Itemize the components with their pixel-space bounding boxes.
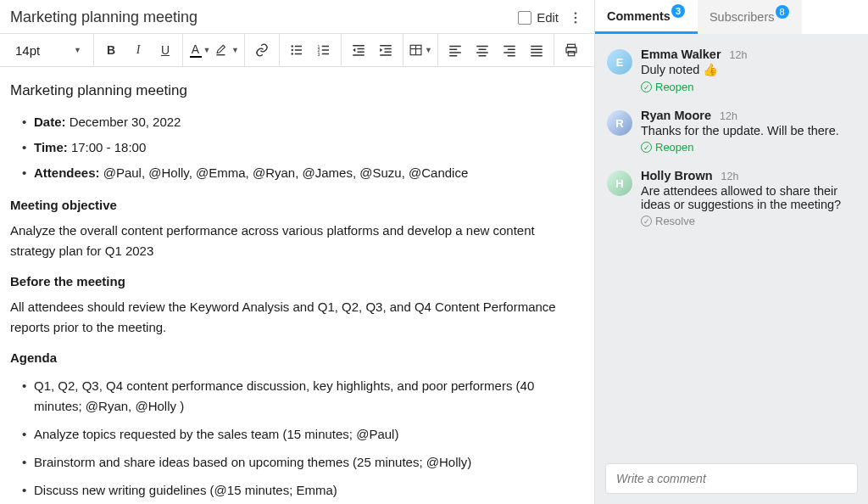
list-group: 123 — [280, 34, 342, 66]
comment-body: Holly Brown 12h Are attendees allowed to… — [641, 169, 856, 227]
svg-rect-30 — [449, 55, 457, 57]
table-button[interactable]: ▼ — [409, 38, 432, 62]
svg-rect-16 — [353, 45, 364, 47]
comment-text: Are attendees allowed to share their ide… — [641, 184, 856, 211]
comment-item: E Emma Walker 12h Duly noted 👍 ✓ Reopen — [595, 41, 868, 102]
avatar: H — [607, 171, 632, 196]
edit-checkbox[interactable] — [518, 11, 531, 25]
objective-text: Analyze the overall content performance … — [10, 221, 581, 261]
svg-rect-29 — [449, 52, 461, 53]
font-size-group: 14pt ▼ — [7, 34, 94, 66]
align-center-button[interactable] — [470, 38, 494, 62]
more-menu-icon[interactable] — [567, 9, 584, 26]
svg-rect-3 — [216, 54, 225, 55]
agenda-item: Q1, Q2, Q3, Q4 content performance discu… — [22, 376, 581, 417]
comment-time: 12h — [730, 49, 748, 61]
comment-body: Emma Walker 12h Duly noted 👍 ✓ Reopen — [641, 48, 856, 93]
text-color-button[interactable]: A ▼ — [188, 38, 212, 62]
svg-rect-45 — [568, 52, 575, 56]
svg-rect-22 — [385, 52, 392, 53]
link-button[interactable] — [250, 38, 274, 62]
comment-body: Ryan Moore 12h Thanks for the update. Wi… — [641, 109, 856, 154]
outdent-button[interactable] — [347, 38, 370, 62]
italic-button[interactable]: I — [126, 38, 150, 62]
svg-text:3: 3 — [318, 52, 320, 57]
svg-rect-7 — [295, 49, 302, 51]
agenda-item: Discuss new writing guidelines (@15 minu… — [22, 480, 581, 501]
print-group — [554, 34, 588, 66]
align-group — [438, 34, 554, 66]
bullet-list-button[interactable] — [285, 38, 309, 62]
before-text: All attendees should review the Keyword … — [10, 297, 581, 338]
main-editor-area: Marketing planning meeting Edit 14pt ▼ B… — [0, 0, 595, 504]
svg-rect-41 — [531, 52, 542, 53]
numbered-list-button[interactable]: 123 — [312, 38, 336, 62]
side-panel: Comments 3 Subscribers 8 E Emma Walker 1… — [595, 0, 868, 504]
svg-rect-19 — [353, 54, 364, 56]
chevron-down-icon: ▼ — [203, 46, 211, 54]
tab-comments[interactable]: Comments 3 — [595, 0, 698, 34]
agenda-item: Brainstorm and share ideas based on upco… — [22, 452, 581, 473]
document-body[interactable]: Marketing planning meeting Date: Decembe… — [0, 67, 594, 504]
before-heading: Before the meeting — [10, 272, 581, 292]
svg-rect-11 — [322, 46, 329, 48]
highlight-button[interactable]: ▼ — [215, 38, 239, 62]
bold-button[interactable]: B — [99, 38, 123, 62]
comment-input-area — [595, 455, 868, 504]
comment-time: 12h — [720, 110, 737, 122]
objective-heading: Meeting objective — [10, 195, 581, 216]
print-button[interactable] — [559, 38, 583, 62]
svg-rect-20 — [380, 45, 392, 47]
meta-attendees-value: @Paul, @Holly, @Emma, @Ryan, @James, @Su… — [100, 165, 469, 180]
document-title-input[interactable]: Marketing planning meeting — [10, 8, 509, 26]
meta-list: Date: December 30, 2022 Time: 17:00 - 18… — [10, 112, 581, 183]
comment-text: Thanks for the update. Will be there. — [641, 124, 856, 137]
comment-reopen-button[interactable]: ✓ Reopen — [641, 81, 694, 93]
link-group — [245, 34, 280, 66]
comment-text: Duly noted 👍 — [641, 63, 856, 77]
svg-rect-31 — [476, 46, 488, 48]
align-justify-button[interactable] — [525, 38, 548, 62]
underline-button[interactable]: U — [153, 38, 177, 62]
meta-time-value: 17:00 - 18:00 — [68, 140, 147, 154]
align-left-button[interactable] — [443, 38, 467, 62]
check-icon: ✓ — [641, 216, 652, 227]
font-size-value: 14pt — [15, 43, 40, 58]
tab-subscribers-label: Subscribers — [709, 10, 775, 24]
svg-point-4 — [292, 45, 293, 47]
svg-rect-21 — [385, 48, 392, 50]
svg-rect-36 — [508, 49, 515, 51]
comments-count-badge: 3 — [671, 4, 685, 18]
avatar: R — [607, 110, 632, 136]
chevron-down-icon: ▼ — [425, 46, 432, 54]
svg-point-8 — [292, 53, 293, 54]
doc-heading: Marketing planning meeting — [10, 79, 581, 102]
color-group: A ▼ ▼ — [183, 34, 245, 66]
comment-resolve-button[interactable]: ✓ Resolve — [641, 215, 695, 227]
indent-button[interactable] — [374, 38, 398, 62]
tab-subscribers[interactable]: Subscribers 8 — [698, 0, 802, 34]
svg-rect-32 — [479, 49, 487, 51]
chevron-down-icon: ▼ — [231, 46, 239, 54]
font-size-selector[interactable]: 14pt ▼ — [12, 43, 88, 58]
meta-time: Time: 17:00 - 18:00 — [22, 137, 581, 158]
comment-reopen-button[interactable]: ✓ Reopen — [641, 141, 694, 154]
edit-toggle[interactable]: Edit — [518, 10, 559, 25]
svg-rect-28 — [449, 49, 457, 51]
chevron-down-icon: ▼ — [74, 46, 81, 54]
comment-action-label: Resolve — [655, 215, 695, 227]
svg-rect-40 — [531, 49, 542, 51]
meta-date: Date: December 30, 2022 — [22, 112, 581, 132]
align-right-button[interactable] — [498, 38, 521, 62]
svg-rect-38 — [508, 55, 515, 57]
document-header: Marketing planning meeting Edit — [0, 0, 594, 33]
comment-input[interactable] — [605, 463, 858, 494]
svg-point-0 — [575, 12, 577, 14]
svg-rect-37 — [504, 52, 515, 53]
comment-item: H Holly Brown 12h Are attendees allowed … — [595, 162, 868, 236]
check-icon: ✓ — [641, 142, 652, 153]
svg-rect-35 — [504, 46, 515, 48]
svg-rect-27 — [449, 46, 461, 48]
svg-point-2 — [575, 20, 577, 23]
meta-date-value: December 30, 2022 — [66, 115, 181, 129]
